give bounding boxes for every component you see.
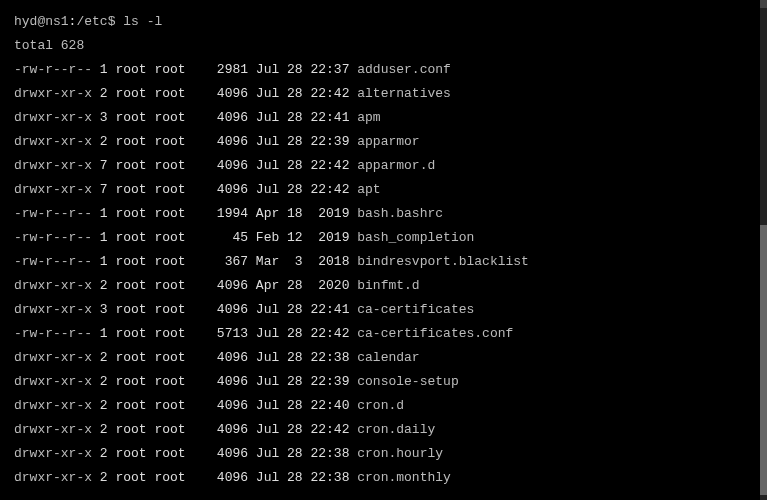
perm: -rw-r--r-- [14,206,92,221]
perm: -rw-r--r-- [14,254,92,269]
listing-row: drwxr-xr-x 7 root root 4096 Jul 28 22:42… [14,154,746,178]
dir-name: cron.daily [357,422,435,437]
dir-name: ca-certificates [357,302,474,317]
meta: 2 root root 4096 Jul 28 22:39 [92,134,357,149]
dir-name: apparmor [357,134,419,149]
prompt-dollar: $ [108,14,124,29]
listing-row: drwxr-xr-x 2 root root 4096 Apr 28 2020 … [14,274,746,298]
dir-name: apparmor.d [357,158,435,173]
prompt-line: hyd@ns1:/etc$ ls -l [14,10,746,34]
prompt-user-host: hyd@ns1 [14,14,69,29]
listing-row: drwxr-xr-x 2 root root 4096 Jul 28 22:38… [14,442,746,466]
perm: drwxr-xr-x [14,470,92,485]
listing-row: drwxr-xr-x 3 root root 4096 Jul 28 22:41… [14,298,746,322]
meta: 1 root root 45 Feb 12 2019 [92,230,357,245]
file-name: bash.bashrc [357,206,443,221]
prompt-command: ls -l [123,14,162,29]
perm: drwxr-xr-x [14,158,92,173]
meta: 2 root root 4096 Jul 28 22:42 [92,86,357,101]
dir-name: cron.d [357,398,404,413]
meta: 2 root root 4096 Jul 28 22:38 [92,350,357,365]
scrollbar-up-icon[interactable] [760,0,767,8]
dir-name: cron.monthly [357,470,451,485]
perm: -rw-r--r-- [14,230,92,245]
meta: 2 root root 4096 Jul 28 22:39 [92,374,357,389]
perm: drwxr-xr-x [14,134,92,149]
file-name: bash_completion [357,230,474,245]
meta: 2 root root 4096 Jul 28 22:40 [92,398,357,413]
perm: drwxr-xr-x [14,302,92,317]
listing-row: -rw-r--r-- 1 root root 367 Mar 3 2018 bi… [14,250,746,274]
meta: 1 root root 367 Mar 3 2018 [92,254,357,269]
perm: drwxr-xr-x [14,374,92,389]
meta: 2 root root 4096 Jul 28 22:38 [92,446,357,461]
dir-name: console-setup [357,374,458,389]
meta: 3 root root 4096 Jul 28 22:41 [92,110,357,125]
listing-row: drwxr-xr-x 2 root root 4096 Jul 28 22:38… [14,346,746,370]
listing-row: drwxr-xr-x 2 root root 4096 Jul 28 22:39… [14,130,746,154]
perm: -rw-r--r-- [14,326,92,341]
terminal-pane[interactable]: hyd@ns1:/etc$ ls -l total 628 -rw-r--r--… [0,0,760,500]
prompt-path: /etc [76,14,107,29]
meta: 2 root root 4096 Apr 28 2020 [92,278,357,293]
perm: drwxr-xr-x [14,446,92,461]
listing-row: -rw-r--r-- 1 root root 2981 Jul 28 22:37… [14,58,746,82]
listing-row: drwxr-xr-x 2 root root 4096 Jul 28 22:42… [14,82,746,106]
listing-row: drwxr-xr-x 3 root root 4096 Jul 28 22:41… [14,106,746,130]
listing-row: drwxr-xr-x 2 root root 4096 Jul 28 22:40… [14,394,746,418]
dir-name: apt [357,182,380,197]
file-name: ca-certificates.conf [357,326,513,341]
meta: 7 root root 4096 Jul 28 22:42 [92,158,357,173]
meta: 1 root root 1994 Apr 18 2019 [92,206,357,221]
perm: -rw-r--r-- [14,62,92,77]
dir-name: apm [357,110,380,125]
scrollbar-thumb[interactable] [760,225,767,495]
listing-row: -rw-r--r-- 1 root root 1994 Apr 18 2019 … [14,202,746,226]
perm: drwxr-xr-x [14,398,92,413]
listing-rows: -rw-r--r-- 1 root root 2981 Jul 28 22:37… [14,58,746,490]
total-line: total 628 [14,34,746,58]
meta: 7 root root 4096 Jul 28 22:42 [92,182,357,197]
listing-row: drwxr-xr-x 2 root root 4096 Jul 28 22:42… [14,418,746,442]
scrollbar-track[interactable] [760,0,767,500]
listing-row: -rw-r--r-- 1 root root 5713 Jul 28 22:42… [14,322,746,346]
listing-row: drwxr-xr-x 2 root root 4096 Jul 28 22:39… [14,370,746,394]
meta: 3 root root 4096 Jul 28 22:41 [92,302,357,317]
perm: drwxr-xr-x [14,86,92,101]
listing-row: drwxr-xr-x 7 root root 4096 Jul 28 22:42… [14,178,746,202]
perm: drwxr-xr-x [14,110,92,125]
perm: drwxr-xr-x [14,350,92,365]
dir-name: binfmt.d [357,278,419,293]
listing-row: drwxr-xr-x 2 root root 4096 Jul 28 22:38… [14,466,746,490]
dir-name: cron.hourly [357,446,443,461]
dir-name: alternatives [357,86,451,101]
meta: 2 root root 4096 Jul 28 22:42 [92,422,357,437]
perm: drwxr-xr-x [14,182,92,197]
perm: drwxr-xr-x [14,422,92,437]
meta: 1 root root 5713 Jul 28 22:42 [92,326,357,341]
meta: 1 root root 2981 Jul 28 22:37 [92,62,357,77]
listing-row: -rw-r--r-- 1 root root 45 Feb 12 2019 ba… [14,226,746,250]
file-name: bindresvport.blacklist [357,254,529,269]
dir-name: calendar [357,350,419,365]
file-name: adduser.conf [357,62,451,77]
perm: drwxr-xr-x [14,278,92,293]
meta: 2 root root 4096 Jul 28 22:38 [92,470,357,485]
